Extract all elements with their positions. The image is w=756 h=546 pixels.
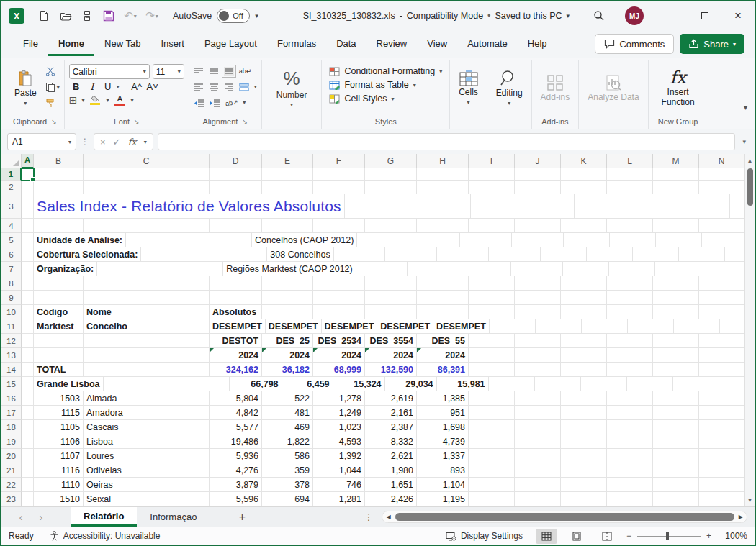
cell-J19[interactable] bbox=[515, 434, 561, 449]
cell-D15[interactable]: 66,798 bbox=[230, 377, 282, 391]
cell-N15[interactable] bbox=[719, 377, 744, 391]
cell-styles-button[interactable]: Cell Styles ▾ bbox=[329, 94, 442, 104]
formula-bar-handle-icon[interactable]: ⋮ bbox=[81, 137, 89, 147]
cell-D4[interactable] bbox=[210, 219, 262, 233]
cell-I22[interactable] bbox=[469, 478, 515, 492]
saved-status-chevron-icon[interactable]: ▾ bbox=[567, 12, 570, 19]
cell-N19[interactable] bbox=[699, 434, 744, 449]
cell-K7[interactable] bbox=[655, 262, 701, 276]
cell-N22[interactable] bbox=[699, 478, 744, 492]
close-button[interactable]: × bbox=[721, 1, 755, 30]
align-left-icon[interactable] bbox=[194, 83, 204, 91]
cell-K19[interactable] bbox=[561, 434, 607, 449]
cell-F14[interactable]: 68,999 bbox=[313, 363, 365, 377]
tabbar-ellipsis-icon[interactable]: ⋮ bbox=[364, 511, 373, 522]
cell-H2[interactable] bbox=[417, 181, 469, 194]
cell-C13[interactable] bbox=[84, 348, 210, 363]
undo-button[interactable]: ↶▾ bbox=[120, 6, 141, 26]
cell-G10[interactable] bbox=[365, 305, 417, 319]
format-painter-button[interactable] bbox=[45, 96, 60, 109]
font-family-select[interactable]: Calibri▾ bbox=[69, 64, 150, 79]
cell-D19[interactable]: 19,486 bbox=[210, 434, 262, 449]
cell-B10[interactable]: Código bbox=[34, 305, 84, 319]
cell-I15[interactable] bbox=[489, 377, 535, 391]
new-sheet-button[interactable]: + bbox=[230, 511, 254, 524]
align-center-icon[interactable] bbox=[209, 83, 219, 91]
cell-D9[interactable] bbox=[210, 291, 262, 305]
cell-A7[interactable] bbox=[22, 262, 34, 276]
row-header-7[interactable]: 7 bbox=[1, 262, 22, 276]
cell-A16[interactable] bbox=[22, 391, 34, 406]
cell-B18[interactable]: 1105 bbox=[34, 420, 84, 434]
cell-L11[interactable] bbox=[628, 319, 674, 334]
cell-I12[interactable] bbox=[469, 334, 515, 348]
cell-C17[interactable]: Amadora bbox=[84, 406, 210, 420]
cell-D2[interactable] bbox=[210, 181, 262, 194]
cell-M9[interactable] bbox=[653, 291, 699, 305]
cell-E17[interactable]: 481 bbox=[262, 406, 313, 420]
addins-button[interactable]: Add-ins bbox=[536, 62, 575, 114]
cell-M12[interactable] bbox=[653, 334, 699, 348]
cell-N20[interactable] bbox=[699, 449, 744, 463]
bold-button[interactable]: B bbox=[69, 81, 84, 92]
cell-N8[interactable] bbox=[699, 276, 744, 291]
cell-C6[interactable] bbox=[141, 247, 267, 262]
cell-B17[interactable]: 1115 bbox=[34, 406, 84, 420]
expand-formula-bar-icon[interactable]: ▾ bbox=[739, 138, 749, 145]
open-button[interactable] bbox=[55, 6, 76, 26]
ribbon-tab-file[interactable]: File bbox=[13, 32, 48, 56]
row-header-22[interactable]: 22 bbox=[1, 478, 22, 492]
autosave-control[interactable]: AutoSave Off ▾ bbox=[173, 9, 258, 23]
cell-D21[interactable]: 4,276 bbox=[210, 463, 262, 478]
cell-J1[interactable] bbox=[515, 168, 561, 181]
cell-L5[interactable] bbox=[702, 233, 744, 247]
cell-E19[interactable]: 1,822 bbox=[262, 434, 313, 449]
zoom-slider-track[interactable] bbox=[637, 536, 701, 537]
cell-J20[interactable] bbox=[515, 449, 561, 463]
editing-button[interactable]: Editing ▾ bbox=[492, 62, 527, 114]
cell-J18[interactable] bbox=[515, 420, 561, 434]
redo-button[interactable]: ↷▾ bbox=[141, 6, 163, 26]
cell-F8[interactable] bbox=[313, 276, 365, 291]
cell-N21[interactable] bbox=[699, 463, 744, 478]
cell-G9[interactable] bbox=[365, 291, 417, 305]
cell-J5[interactable] bbox=[610, 233, 656, 247]
cell-G14[interactable]: 132,590 bbox=[365, 363, 417, 377]
cell-N13[interactable] bbox=[699, 348, 744, 363]
cell-B19[interactable]: 1106 bbox=[34, 434, 84, 449]
cell-H16[interactable]: 1,385 bbox=[417, 391, 469, 406]
cell-L6[interactable] bbox=[679, 247, 725, 262]
row-header-14[interactable]: 14 bbox=[1, 363, 22, 377]
cell-E22[interactable]: 378 bbox=[262, 478, 313, 492]
cell-F23[interactable]: 1,281 bbox=[313, 492, 365, 506]
cell-C15[interactable] bbox=[104, 377, 230, 391]
cell-A21[interactable] bbox=[22, 463, 34, 478]
cell-D11[interactable]: DESEMPET bbox=[210, 319, 266, 334]
cell-H11[interactable]: DESEMPET bbox=[433, 319, 490, 334]
ribbon-tab-insert[interactable]: Insert bbox=[150, 32, 194, 56]
cell-C20[interactable]: Loures bbox=[84, 449, 210, 463]
cells-button[interactable]: Cells ▾ bbox=[454, 62, 482, 114]
cell-C7[interactable] bbox=[97, 262, 223, 276]
row-header-15[interactable]: 15 bbox=[1, 377, 22, 391]
underline-button[interactable]: U bbox=[101, 81, 115, 92]
cell-E23[interactable]: 694 bbox=[262, 492, 313, 506]
cell-F12[interactable]: DES_2534 bbox=[313, 334, 365, 348]
row-header-3[interactable]: 3 bbox=[1, 194, 22, 219]
cell-H21[interactable]: 893 bbox=[417, 463, 469, 478]
row-header-9[interactable]: 9 bbox=[1, 291, 22, 305]
cell-D14[interactable]: 324,162 bbox=[210, 363, 262, 377]
wrap-text-button[interactable]: ab↵ bbox=[239, 68, 252, 75]
cell-F10[interactable] bbox=[313, 305, 365, 319]
italic-button[interactable]: I bbox=[85, 81, 99, 92]
align-bottom-icon[interactable] bbox=[224, 67, 234, 76]
column-header-H[interactable]: H bbox=[417, 154, 469, 168]
cell-G4[interactable] bbox=[365, 219, 417, 233]
cell-C18[interactable]: Cascais bbox=[84, 420, 210, 434]
cell-J14[interactable] bbox=[515, 363, 561, 377]
cell-H3[interactable] bbox=[678, 194, 730, 219]
cell-H4[interactable] bbox=[417, 219, 469, 233]
cell-G21[interactable]: 1,980 bbox=[365, 463, 417, 478]
cell-I18[interactable] bbox=[469, 420, 515, 434]
cell-I13[interactable] bbox=[469, 348, 515, 363]
